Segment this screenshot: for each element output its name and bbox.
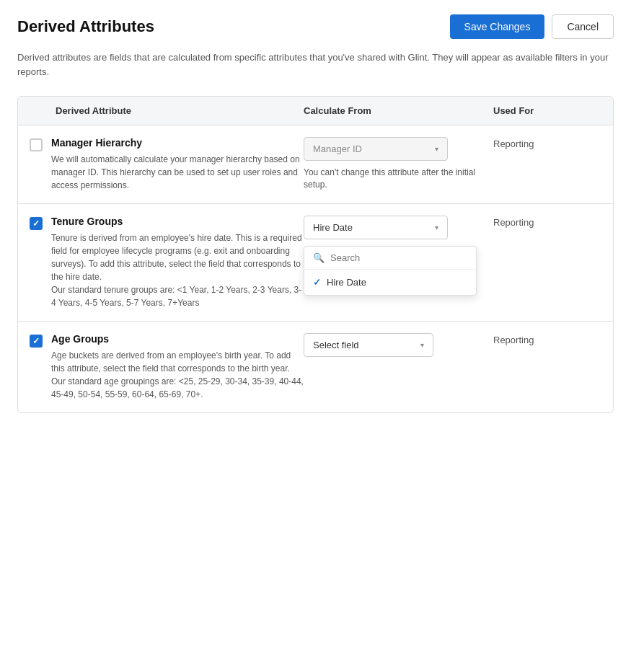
manager-hierarchy-calculate-from: Manager ID ▾ You can't change this attri… (304, 137, 493, 191)
save-changes-button[interactable]: Save Changes (450, 14, 545, 39)
selected-check-icon: ✓ (313, 277, 321, 288)
age-groups-content: Age Groups Age buckets are derived from … (51, 333, 304, 401)
table-header: Derived Attribute Calculate From Used Fo… (18, 97, 613, 125)
col-header-used-for: Used For (493, 105, 601, 116)
checkmark-icon: ✓ (32, 218, 40, 229)
manager-hierarchy-note: You can't change this attribute after th… (304, 167, 491, 191)
chevron-down-icon: ▾ (420, 341, 424, 349)
derived-attributes-table: Derived Attribute Calculate From Used Fo… (17, 96, 614, 413)
tenure-groups-used-for: Reporting (493, 216, 601, 228)
hire-date-dropdown-menu: 🔍 ✓ Hire Date (304, 246, 477, 296)
cancel-button[interactable]: Cancel (552, 14, 614, 39)
age-groups-used-for: Reporting (493, 333, 601, 345)
hire-date-dropdown[interactable]: Hire Date ▾ (304, 216, 448, 239)
col-header-derived-attribute: Derived Attribute (30, 105, 304, 116)
dropdown-search-input[interactable] (330, 252, 467, 263)
search-icon: 🔍 (313, 252, 325, 263)
hire-date-option-label: Hire Date (327, 277, 366, 288)
page-description: Derived attributes are fields that are c… (17, 50, 614, 79)
table-row: Manager Hierarchy We will automatically … (18, 125, 613, 204)
manager-hierarchy-checkbox[interactable] (30, 138, 43, 151)
dropdown-item-hire-date[interactable]: ✓ Hire Date (304, 270, 476, 295)
row-left-age-groups: ✓ Age Groups Age buckets are derived fro… (30, 333, 304, 401)
dropdown-search-container: 🔍 (304, 247, 476, 270)
hire-date-label: Hire Date (313, 222, 353, 233)
manager-hierarchy-name: Manager Hierarchy (51, 137, 304, 149)
tenure-groups-calculate-from: Hire Date ▾ 🔍 ✓ Hire Date (304, 216, 493, 239)
select-field-label: Select field (313, 340, 359, 350)
age-groups-checkbox[interactable]: ✓ (30, 335, 43, 348)
manager-id-label: Manager ID (313, 143, 362, 154)
age-groups-desc: Age buckets are derived from an employee… (51, 349, 304, 401)
page-title: Derived Attributes (17, 17, 154, 36)
table-row: ✓ Tenure Groups Tenure is derived from a… (18, 204, 613, 322)
row-left-manager-hierarchy: Manager Hierarchy We will automatically … (30, 137, 304, 192)
chevron-down-icon: ▾ (435, 224, 438, 231)
tenure-groups-desc: Tenure is derived from an employee's hir… (51, 231, 304, 309)
tenure-groups-name: Tenure Groups (51, 216, 304, 227)
col-header-calculate-from: Calculate From (304, 105, 493, 116)
tenure-groups-content: Tenure Groups Tenure is derived from an … (51, 216, 304, 309)
manager-hierarchy-used-for: Reporting (493, 137, 601, 149)
header-buttons: Save Changes Cancel (450, 14, 614, 39)
manager-hierarchy-desc: We will automatically calculate your man… (51, 153, 304, 192)
row-left-tenure-groups: ✓ Tenure Groups Tenure is derived from a… (30, 216, 304, 309)
age-groups-name: Age Groups (51, 333, 304, 345)
page-header: Derived Attributes Save Changes Cancel (17, 14, 614, 39)
manager-hierarchy-content: Manager Hierarchy We will automatically … (51, 137, 304, 192)
chevron-down-icon: ▾ (435, 145, 438, 153)
tenure-groups-checkbox[interactable]: ✓ (30, 217, 43, 230)
age-groups-calculate-from: Select field ▾ (304, 333, 493, 357)
table-row: ✓ Age Groups Age buckets are derived fro… (18, 322, 613, 412)
select-field-dropdown[interactable]: Select field ▾ (304, 333, 433, 357)
checkmark-icon: ✓ (32, 336, 40, 346)
manager-id-dropdown[interactable]: Manager ID ▾ (304, 137, 448, 161)
